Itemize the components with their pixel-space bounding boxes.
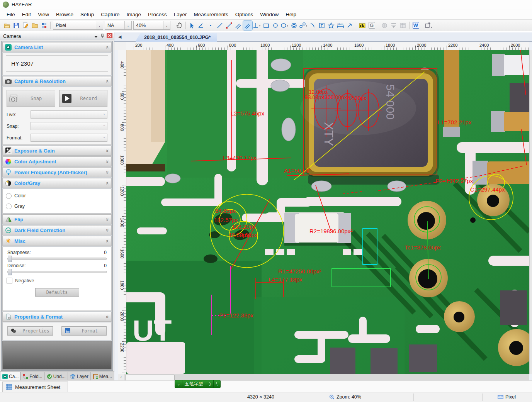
parallel-measure-tool-icon[interactable] — [243, 21, 252, 30]
panel-close-icon[interactable] — [107, 33, 112, 40]
angle-tool-icon[interactable] — [197, 21, 206, 30]
section-header-misc[interactable]: ✳ Misc « — [2, 236, 112, 246]
record-button[interactable]: Record — [59, 90, 108, 107]
zoom-combobox[interactable]: 40%⌄ — [133, 21, 170, 30]
measurement-label-cc260[interactable]: 2.60px — [240, 232, 257, 238]
menu-item-setup[interactable]: Setup — [77, 10, 97, 19]
sharpness-slider[interactable] — [7, 258, 107, 260]
measurement-label-p2[interactable]: P2=1342.97px — [435, 178, 473, 184]
slider-thumb[interactable] — [8, 269, 12, 275]
arrow-annotation-icon[interactable] — [345, 21, 354, 30]
slider-thumb[interactable] — [8, 256, 12, 262]
expand-icon[interactable]: » — [105, 160, 110, 163]
format-combobox[interactable] — [31, 134, 107, 142]
color-radio[interactable] — [6, 193, 12, 199]
measurement-label-c1[interactable]: C1=297.44px — [470, 186, 505, 193]
dock-tab-folders[interactable]: Fold... — [21, 372, 44, 381]
document-tab[interactable]: 2018_0101_003554_010.JPG* — [135, 33, 217, 42]
expand-icon[interactable]: » — [105, 149, 110, 152]
section-header-exposure-gain[interactable]: Exposure & Gain » — [2, 146, 112, 156]
live-combobox[interactable] — [31, 110, 107, 119]
ime-mode-label[interactable]: 五笔字型 — [182, 380, 205, 388]
section-header-capture-resolution[interactable]: Capture & Resolution « — [2, 76, 112, 86]
unit-combobox[interactable]: Pixel⌄ — [53, 21, 103, 30]
capture-layout-icon[interactable] — [39, 21, 49, 30]
format-button[interactable]: Format — [61, 326, 107, 336]
measurement-label-p1[interactable]: P1=122.33px — [219, 312, 253, 319]
ime-halfmoon-icon[interactable]: ☽ — [205, 380, 213, 388]
vertical-scrollbar[interactable] — [529, 50, 532, 374]
objective-combobox[interactable]: NA⌄ — [105, 21, 132, 30]
measurement-label-l2[interactable]: L2=575.46px — [231, 110, 264, 117]
ime-chevron-icon[interactable]: ⌄ — [175, 380, 182, 388]
expand-icon[interactable]: » — [105, 218, 110, 221]
select-arrow-icon[interactable] — [187, 21, 197, 30]
dock-tab-undo[interactable]: Und... — [45, 372, 68, 381]
text-tool-icon[interactable] — [317, 21, 326, 30]
color-radio-row[interactable]: Color — [6, 192, 111, 199]
grayscale-icon[interactable]: G — [367, 21, 376, 30]
scroll-left-icon[interactable]: ‹ — [118, 374, 124, 380]
dock-tab-layer[interactable]: Layer — [68, 372, 91, 381]
parallel-lines-tool-icon[interactable] — [234, 21, 243, 30]
menu-item-layer[interactable]: Layer — [170, 10, 190, 19]
expand-icon[interactable]: » — [105, 171, 110, 173]
panel-menu-icon[interactable] — [94, 33, 98, 40]
chevron-down-icon[interactable]: ⌄ — [124, 21, 131, 29]
measurement-label-cc84[interactable]: 84.85px — [215, 207, 236, 214]
expand-icon[interactable]: » — [105, 229, 110, 231]
negative-checkbox[interactable] — [7, 278, 12, 283]
snap-combobox[interactable] — [31, 122, 107, 130]
chevron-down-icon[interactable]: ⌄ — [163, 21, 170, 29]
polygon-tool-icon[interactable] — [326, 21, 336, 30]
section-header-dark-field[interactable]: Dark Field Correction » — [2, 225, 112, 235]
menu-item-process[interactable]: Process — [144, 10, 170, 19]
two-circles-tool-icon[interactable] — [299, 21, 308, 30]
polyline-tool-icon[interactable] — [224, 21, 234, 30]
measurement-label-e93[interactable]: 93.00px — [305, 94, 324, 100]
edit-image-icon[interactable] — [21, 21, 30, 30]
gray-radio-row[interactable]: Gray — [6, 203, 111, 210]
defaults-button[interactable]: Defaults — [35, 288, 79, 297]
panel-pin-icon[interactable] — [100, 33, 104, 40]
dock-tab-measure[interactable]: Mea... — [91, 372, 114, 381]
scalebar-10um-icon[interactable]: 10μm — [336, 21, 345, 30]
collapse-icon[interactable]: « — [105, 239, 110, 242]
ime-punctuation-icon[interactable]: °, — [213, 380, 220, 388]
export-word-icon[interactable]: W — [411, 21, 420, 30]
section-header-power-frequency[interactable]: Power Frequency (Anti-flicker) » — [2, 167, 112, 177]
collapse-icon[interactable]: « — [105, 315, 110, 318]
measurement-label-l4[interactable]: L4=177.18px — [269, 276, 302, 283]
measurement-label-e42[interactable]: 42.00px — [347, 95, 367, 101]
menu-item-options[interactable]: Options — [232, 10, 257, 19]
collapse-icon[interactable]: « — [105, 181, 110, 184]
menu-item-window[interactable]: Window — [257, 10, 282, 19]
section-header-color-gray[interactable]: Color/Gray « — [2, 178, 112, 188]
line-tool-icon[interactable] — [215, 21, 224, 30]
scrollbar-thumb[interactable] — [126, 375, 175, 381]
section-header-flip[interactable]: Flip » — [2, 214, 112, 224]
measurement-label-a1[interactable]: A1=56.53° — [284, 167, 311, 174]
menu-item-view[interactable]: View — [34, 10, 53, 19]
collapse-icon[interactable]: « — [105, 46, 110, 48]
open-file-icon[interactable] — [2, 21, 12, 30]
measurement-label-r1[interactable]: R1=47250.00px² — [278, 268, 321, 275]
section-header-color-adjustment[interactable]: Color Adjustment » — [2, 156, 112, 166]
save-icon[interactable] — [12, 21, 21, 30]
measurement-sheet-tab[interactable]: Measurement Sheet — [2, 382, 68, 392]
snap-button[interactable]: Snap — [7, 90, 55, 107]
section-header-camera-list[interactable]: Camera List « — [2, 42, 112, 52]
measurement-label-r2[interactable]: R2=19836.00px² — [309, 228, 352, 234]
horizontal-scrollbar[interactable]: ‹ — [118, 374, 529, 380]
perpendicular-tool-icon[interactable] — [252, 21, 262, 30]
menu-item-help[interactable]: Help — [282, 10, 300, 19]
collapse-icon[interactable]: « — [105, 80, 110, 82]
measurement-label-tc1[interactable]: Tc1=378.06px — [405, 244, 441, 251]
pcb-image-viewport[interactable]: 54 000XTYUT L2=575.46pxL3=430.17pxA1=56.… — [126, 50, 529, 374]
measurement-label-l3[interactable]: L3=430.17px — [223, 154, 257, 161]
denoise-slider[interactable] — [7, 271, 107, 273]
section-header-properties-format[interactable]: Properties & Format « — [2, 312, 112, 322]
menu-item-measurements[interactable]: Measurements — [190, 10, 231, 19]
ellipse-tool-icon[interactable] — [280, 21, 289, 30]
camera-list-item[interactable]: HY-2307 — [6, 55, 108, 72]
